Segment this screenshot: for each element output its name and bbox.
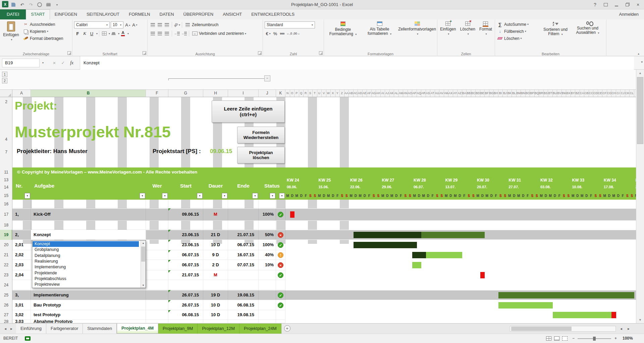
ribbon-tab-daten[interactable]: DATEN — [155, 9, 179, 19]
cell-ende-24[interactable] — [228, 280, 259, 290]
cell-ende-23[interactable] — [228, 270, 259, 280]
cell-ende-21[interactable]: 16.07.15 — [228, 250, 259, 260]
column-header-BF[interactable]: BF — [485, 90, 489, 97]
column-header-AU[interactable]: AU — [435, 90, 440, 97]
align-middle-button[interactable] — [156, 21, 163, 28]
cell-icon-16[interactable] — [276, 200, 285, 208]
cell-start-18[interactable] — [168, 221, 203, 230]
add-sheet-button[interactable]: + — [284, 325, 290, 332]
borders-button[interactable] — [101, 30, 108, 37]
ribbon-tab-überprüfen[interactable]: ÜBERPRÜFEN — [179, 9, 218, 19]
row-header-22[interactable]: 22 — [0, 260, 12, 270]
chevron-down-icon[interactable]: ▾ — [127, 32, 129, 35]
ribbon-tab-ansicht[interactable]: ANSICHT — [218, 9, 247, 19]
cell-status-16[interactable] — [259, 200, 276, 208]
row-header-4[interactable]: 4 — [0, 136, 12, 143]
column-header-AY[interactable]: AY — [453, 90, 458, 97]
column-header-BT[interactable]: BT — [548, 90, 553, 97]
cell-nr-28[interactable]: 3,03 — [12, 320, 31, 323]
cell-ende-25[interactable]: 19.08.15 — [228, 290, 259, 300]
cell-start-19[interactable]: 23.06.15 — [168, 230, 203, 240]
outline-collapse-button[interactable]: − — [264, 75, 270, 81]
enter-icon[interactable]: ✓ — [59, 59, 67, 67]
column-header-AT[interactable]: AT — [430, 90, 435, 97]
column-header-BJ[interactable]: BJ — [503, 90, 507, 97]
column-header-R[interactable]: R — [304, 90, 308, 97]
ribbon-tab-formeln[interactable]: FORMELN — [124, 9, 155, 19]
column-header-AR[interactable]: AR — [421, 90, 426, 97]
column-header-BR[interactable]: BR — [539, 90, 544, 97]
column-header-AA[interactable]: AA — [344, 90, 349, 97]
column-header-P[interactable]: P — [294, 90, 299, 97]
format-as-table-button[interactable]: Als Tabelle formatieren ▾ — [362, 20, 397, 50]
cell-task-26[interactable]: Bau Prototyp — [31, 300, 146, 310]
row-header-2[interactable]: 2 — [0, 98, 12, 105]
cell-dauer-28[interactable] — [203, 320, 228, 323]
dropdown-item[interactable]: Detailplanung — [33, 253, 139, 259]
sheet-nav-left-icon[interactable]: ◂ — [3, 326, 8, 332]
filter-button[interactable]: ▼ — [270, 193, 275, 199]
column-header-CE[interactable]: CE — [598, 90, 603, 97]
cell-ende-18[interactable] — [228, 221, 259, 230]
cancel-icon[interactable]: × — [50, 59, 58, 67]
cell-dauer-23[interactable]: M — [203, 270, 228, 280]
cell-ende-16[interactable] — [228, 200, 259, 208]
bold-button[interactable]: F — [74, 30, 81, 37]
cell-status-27[interactable] — [259, 310, 276, 320]
ribbon-tab-seitenlayout[interactable]: SEITENLAYOUT — [82, 9, 124, 19]
font-size-select[interactable]: 10▾ — [111, 21, 123, 28]
cell-start-21[interactable]: 06.07.15 — [168, 250, 203, 260]
hscroll-right-icon[interactable]: ▸ — [626, 326, 631, 332]
sheet-tab-stammdaten[interactable]: Stammdaten — [83, 324, 117, 334]
zoom-slider-thumb[interactable] — [593, 337, 596, 341]
filter-button[interactable]: ▼ — [24, 193, 30, 199]
clear-plan-button[interactable]: Projektplan löschen — [237, 147, 285, 163]
cell-task-16[interactable] — [31, 200, 146, 208]
cell-status-23[interactable] — [259, 270, 276, 280]
row-header-25[interactable]: 25 — [0, 290, 12, 300]
cell-task-27[interactable]: test Prototyp — [31, 310, 146, 320]
ribbon-tab-einfügen[interactable]: EINFÜGEN — [50, 9, 82, 19]
column-header-BQ[interactable]: BQ — [535, 90, 539, 97]
column-header-AD[interactable]: AD — [358, 90, 363, 97]
decrease-decimal-button[interactable]: ,00→ — [293, 30, 300, 37]
column-header-BM[interactable]: BM — [517, 90, 521, 97]
column-header-AJ[interactable]: AJ — [385, 90, 390, 97]
column-header-AO[interactable]: AO — [408, 90, 413, 97]
cell-icon-24[interactable] — [276, 280, 285, 290]
filter-button[interactable]: ▼ — [140, 193, 145, 199]
column-header-CJ[interactable]: CJ — [621, 90, 625, 97]
cell-nr-18[interactable] — [12, 221, 31, 230]
cell-wer-28[interactable] — [146, 320, 168, 323]
sheet-tab-projektplan_4m[interactable]: Projektplan_4M — [117, 324, 158, 334]
scroll-thumb[interactable] — [141, 247, 145, 262]
cell-wer-17[interactable] — [146, 208, 168, 221]
dialog-launcher-icon[interactable] — [319, 51, 323, 55]
dialog-launcher-icon[interactable] — [143, 51, 146, 55]
restore-formulas-button[interactable]: Formeln Wiederherstellen — [237, 127, 285, 143]
grow-font-button[interactable]: A▲ — [124, 21, 131, 28]
cell-wer-21[interactable] — [146, 250, 168, 260]
orientation-button[interactable]: ab▾ — [173, 21, 180, 28]
cell-dauer-21[interactable]: 9 D — [203, 250, 228, 260]
column-header-AV[interactable]: AV — [439, 90, 444, 97]
dropdown-item[interactable]: Konzept — [33, 241, 139, 247]
cell-wer-25[interactable] — [146, 290, 168, 300]
sign-in-label[interactable]: Anmelden — [619, 9, 639, 19]
cell-task-25[interactable]: Implementierung — [31, 290, 146, 300]
column-header-BV[interactable]: BV — [557, 90, 562, 97]
ribbon-tab-start[interactable]: START — [26, 9, 50, 19]
cell-ende-20[interactable]: 06.07.15 — [228, 240, 259, 250]
cell-wer-18[interactable] — [146, 221, 168, 230]
cell-nr-16[interactable] — [12, 200, 31, 208]
number-format-select[interactable]: Standard▾ — [265, 21, 315, 28]
cell-wer-24[interactable] — [146, 280, 168, 290]
cell-nr-19[interactable]: 2, — [12, 230, 31, 240]
horizontal-scrollbar-thumb[interactable] — [511, 327, 572, 331]
column-header-G[interactable]: G — [168, 90, 203, 97]
collapse-ribbon-icon[interactable]: ▴ — [638, 52, 639, 55]
cell-ende-19[interactable]: 21.07.15 — [228, 230, 259, 240]
row-header-13[interactable]: 13 — [0, 177, 12, 183]
shrink-font-button[interactable]: A▼ — [131, 21, 139, 28]
cell-wer-19[interactable] — [146, 230, 168, 240]
